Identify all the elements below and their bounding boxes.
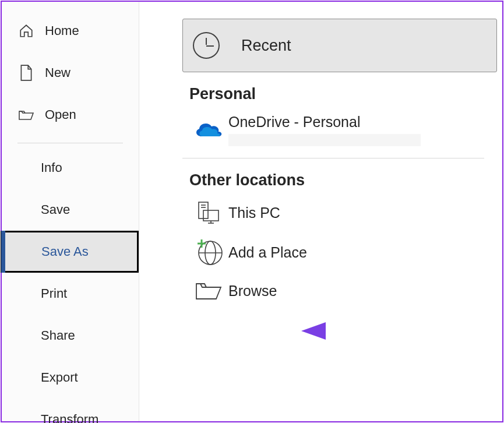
sidebar-print[interactable]: Print: [2, 273, 139, 315]
divider: [182, 158, 484, 158]
recent-option[interactable]: Recent: [182, 19, 497, 72]
new-icon: [17, 64, 35, 82]
sidebar-home[interactable]: Home: [2, 10, 139, 52]
home-icon: [17, 22, 35, 40]
onedrive-label: OneDrive - Personal: [228, 114, 421, 131]
sidebar-export[interactable]: Export: [2, 357, 139, 399]
sidebar-label: Transform: [41, 412, 98, 423]
sidebar-label: Save As: [41, 244, 89, 259]
clock-icon: [193, 32, 220, 59]
section-personal: Personal: [189, 85, 497, 103]
sidebar-label: Info: [41, 160, 62, 175]
sidebar-save[interactable]: Save: [2, 189, 139, 231]
svg-rect-3: [203, 210, 218, 221]
this-pc-label: This PC: [228, 205, 280, 221]
sidebar-label: Home: [45, 23, 79, 38]
folder-open-icon: [17, 106, 35, 124]
sidebar-label: Export: [41, 370, 78, 385]
sidebar-open[interactable]: Open: [2, 94, 139, 136]
browse-folder-icon: [188, 279, 228, 302]
sidebar: Home New Open Info Save Save As Print: [2, 2, 139, 421]
location-add-place[interactable]: Add a Place: [182, 231, 497, 273]
sidebar-label: Print: [41, 286, 67, 301]
sidebar-share[interactable]: Share: [2, 315, 139, 357]
sidebar-transform[interactable]: Transform: [2, 399, 139, 423]
add-place-label: Add a Place: [228, 244, 307, 261]
recent-label: Recent: [241, 37, 291, 55]
sidebar-label: Open: [45, 107, 76, 122]
onedrive-icon: [188, 120, 228, 140]
sidebar-divider: [17, 143, 123, 143]
location-onedrive[interactable]: OneDrive - Personal: [182, 108, 497, 152]
add-place-icon: [188, 237, 228, 267]
onedrive-email-redacted: [228, 134, 421, 146]
sidebar-label: New: [45, 65, 71, 80]
browse-label: Browse: [228, 283, 277, 299]
app-frame: Home New Open Info Save Save As Print: [1, 1, 503, 422]
sidebar-save-as[interactable]: Save As: [1, 231, 139, 273]
sidebar-label: Share: [41, 328, 75, 343]
location-this-pc[interactable]: This PC: [182, 194, 497, 231]
sidebar-info[interactable]: Info: [2, 147, 139, 189]
sidebar-label: Save: [41, 202, 70, 217]
main-panel: Recent Personal OneDrive - Personal Othe…: [139, 2, 504, 421]
this-pc-icon: [188, 200, 228, 225]
location-browse[interactable]: Browse: [182, 273, 497, 308]
section-other: Other locations: [189, 171, 497, 189]
sidebar-new[interactable]: New: [2, 52, 139, 94]
